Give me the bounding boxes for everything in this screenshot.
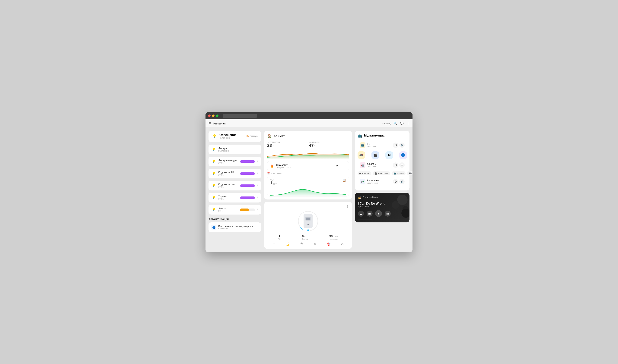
purifier-menu-icon[interactable]: ⋮ [346, 205, 349, 208]
xiaomi-power-button[interactable]: ⏻ [393, 162, 398, 168]
purifier-stats: 1 AQI 0 % Фильтр 390 RPS [267, 235, 349, 240]
remote-btn-screen[interactable]: 🖥 [385, 151, 393, 159]
ps-volume-button[interactable]: 🔊 [399, 179, 405, 184]
temp-increase-button[interactable]: + [342, 164, 346, 168]
xiaomi-menu-button[interactable]: ☰ [399, 162, 405, 168]
media-title: Мультимедиа [364, 134, 384, 137]
header-left: ☰ Гостиная [209, 122, 226, 125]
url-bar[interactable] [223, 114, 257, 118]
automation-item[interactable]: 🔵 Вкл. лампу по датчику в кресле Включен… [209, 222, 261, 232]
close-button[interactable] [208, 115, 211, 117]
temp-icon3: 🌡 [256, 184, 259, 187]
lampa-info: Лампа 60% [218, 207, 238, 212]
minimize-button[interactable] [212, 115, 215, 117]
tv-info: ТВ Включено [367, 143, 391, 148]
page-title: Гостиная [213, 122, 226, 125]
music-controls: ⏻ ⏮ ▶ ⏭ [358, 210, 406, 217]
playstation-device-row[interactable]: 🎮 Playstation Выключено ⏻ 🔊 [358, 177, 407, 186]
chill-label: Chill-light [250, 135, 258, 137]
podsvetka-tv-controls: 🌡 [240, 172, 259, 175]
ps-icon: 🎮 [360, 179, 365, 184]
maximize-button[interactable] [216, 115, 218, 117]
lampa-progress [240, 208, 255, 211]
purifier-sleep-button[interactable]: 🌙 [286, 242, 290, 246]
app-youtube[interactable]: ▶ Youtube [358, 171, 371, 175]
temp-icon5: 🌡 [256, 208, 259, 211]
device-lyustra-kontur[interactable]: 💡 Люстра (контур) 100% 🌡 [209, 157, 261, 166]
aqi-value-row: 1 ppm [270, 181, 277, 185]
purifier-settings-button[interactable]: ⚙ [341, 242, 344, 246]
torsher-name: Торшер [218, 195, 238, 198]
xiaomi-device-row[interactable]: 🤖 Xiaomi ... Включено ⏻ ☰ [358, 160, 407, 170]
device-podsvetka-tv[interactable]: 💡 Подсветка ТВ 100% 🌡 [209, 169, 261, 178]
lighting-header: 💡 Освещение Включено 🎨 Chill-light [212, 133, 258, 139]
ps-power-button[interactable]: ⏻ [393, 179, 398, 184]
podsvetka-tv-status: 100% [218, 174, 238, 176]
auto-name: Вкл. лампу по датчику в кресле [218, 225, 254, 227]
remote-btn-bluetooth[interactable]: 🔵 [399, 151, 407, 159]
xsmart-label: Xsmart [397, 172, 404, 174]
time-row: 📅 1 час назад [267, 172, 349, 175]
temp-unit: °C [273, 145, 275, 147]
temp-decrease-button[interactable]: − [330, 164, 334, 168]
lyustra-kontur-progress [240, 160, 255, 163]
tv-section: 📺 ТВ Включено ⏻ 🔊 🎮 🎬 [358, 141, 407, 159]
time-icon: 📅 [267, 172, 270, 175]
lyustra-kontur-status: 100% [218, 162, 238, 164]
music-play-button[interactable]: ▶ [375, 210, 382, 217]
music-progress-fill [358, 219, 372, 220]
purifier-aqi-value: 1 [278, 235, 281, 238]
back-nav[interactable]: ‹ Назад [382, 122, 390, 125]
device-lampa[interactable]: 💡 Лампа 60% 🌡 [209, 205, 261, 215]
search-icon[interactable]: 🔍 [393, 122, 397, 125]
device-torsher[interactable]: 💡 Торшер 100% 🌡 [209, 193, 261, 203]
music-track: I Can Do No Wrong Apollo Brown [358, 202, 406, 208]
lampa-bar [240, 208, 249, 211]
browser-titlebar [205, 112, 413, 119]
lyustra-name: Люстра [218, 147, 259, 150]
tv-device-row[interactable]: 📺 ТВ Включено ⏻ 🔊 [358, 141, 407, 150]
aqi-info: AQI 1 ppm [270, 178, 277, 185]
thermostat-row[interactable]: 🔥 Термостат Обогрев — 23 °C − 23 + [267, 161, 349, 171]
xiaomi-info: Xiaomi ... Включено [367, 162, 391, 168]
podsvetka-sto-icon: 💡 [211, 183, 216, 188]
purifier-card: ⋮ [264, 202, 352, 249]
music-prev-button[interactable]: ⏮ [367, 211, 373, 217]
torsher-icon: 💡 [211, 195, 216, 200]
remote-row: 🎮 🎬 🖥 🔵 [358, 151, 407, 159]
podsvetka-sto-status: 100% [218, 186, 238, 188]
tv-controls: ⏻ 🔊 [393, 143, 405, 148]
climate-stats: Температура 23 °C Влажность 47 % [267, 141, 349, 148]
tv-volume-button[interactable]: 🔊 [399, 143, 405, 148]
xiaomi-icon: 🤖 [360, 162, 365, 168]
music-menu-icon[interactable]: ⋮ [403, 196, 406, 199]
music-progress-bar[interactable] [358, 219, 406, 220]
app-kinopoisk[interactable]: 🎬 Кинопоиск [373, 171, 390, 175]
torsher-bar [240, 196, 255, 199]
app-xsmart[interactable]: 📺 Xsmart [392, 171, 405, 175]
purifier-power-button[interactable]: ⏻ [272, 242, 276, 246]
humidity-unit: % [314, 145, 317, 147]
main-content: 💡 Освещение Включено 🎨 Chill-light 💡 Люс… [205, 128, 413, 252]
menu-icon[interactable]: ☰ [209, 122, 211, 125]
app-num[interactable]: 🎮 NUM [407, 171, 413, 175]
remote-btn-gamepad[interactable]: 🎮 [358, 151, 365, 159]
purifier-target-button[interactable]: 🎯 [327, 242, 330, 246]
tv-power-button[interactable]: ⏻ [393, 143, 398, 148]
music-power-button[interactable]: ⏻ [358, 211, 364, 217]
device-lyustra[interactable]: 💡 Люстра Выключено [209, 144, 261, 154]
device-podsvetka-sto[interactable]: 💡 Подсветка сто... 100% 🌡 [209, 181, 261, 190]
lyustra-kontur-controls: 🌡 [240, 160, 259, 163]
purifier-brightness-button[interactable]: ☀ [314, 242, 316, 246]
media-icon: 📺 [358, 133, 362, 138]
aqi-copy-icon[interactable]: 📋 [342, 178, 346, 182]
lampa-status: 60% [218, 210, 238, 212]
lighting-icon: 💡 [212, 133, 217, 139]
purifier-timer-button[interactable]: ⏱ [300, 242, 303, 246]
lampa-name: Лампа [218, 207, 238, 210]
lyustra-kontur-icon: 💡 [211, 159, 216, 164]
chat-icon[interactable]: 💬 [400, 122, 404, 125]
music-next-button[interactable]: ⏭ [385, 211, 391, 217]
remote-btn-media[interactable]: 🎬 [372, 151, 379, 159]
more-icon[interactable]: ⋮ [407, 122, 409, 125]
